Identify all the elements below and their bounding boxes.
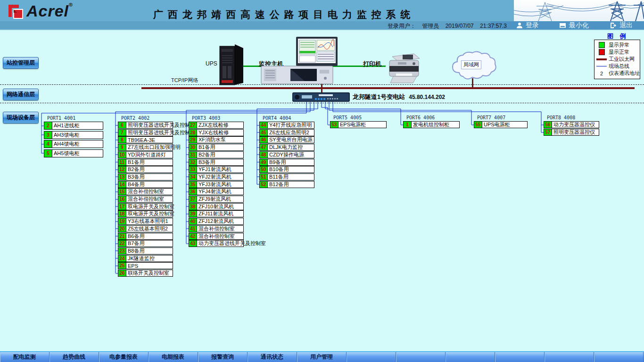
device-address-badge: 34 bbox=[189, 174, 197, 180]
device-item[interactable]: 6照明变压器进线开关及控制室 bbox=[118, 122, 173, 129]
device-item[interactable]: 52B12备用 bbox=[259, 181, 314, 188]
nav-tab-6[interactable]: 通讯状态 bbox=[248, 352, 297, 362]
device-item[interactable]: 51B11备用 bbox=[259, 173, 314, 181]
device-item[interactable]: 50B10备用 bbox=[259, 166, 314, 173]
device-label: B9备用 bbox=[268, 159, 286, 165]
device-item[interactable]: 32B3备用 bbox=[189, 159, 244, 166]
nav-tab-5[interactable]: 报警查询 bbox=[198, 352, 248, 362]
device-address-badge: 2 bbox=[44, 122, 52, 129]
device-item[interactable]: 17双电源开关及控制室 bbox=[118, 203, 173, 210]
device-label: YJX右线检修 bbox=[197, 130, 229, 136]
device-item[interactable]: 16混合补偿控制室 bbox=[118, 196, 173, 203]
device-label: ZFJ12射流风机 bbox=[197, 218, 234, 224]
device-item[interactable]: 28YJX右线检修 bbox=[189, 129, 244, 136]
device-item[interactable]: 53EPS电源柜 bbox=[330, 121, 387, 128]
device-item[interactable]: 34YFJ2射流风机 bbox=[189, 173, 244, 181]
nav-tab-7[interactable]: 用户管理 bbox=[297, 352, 347, 362]
device-address-badge: 7 bbox=[118, 130, 126, 136]
device-item[interactable]: 8TB96EA-3E bbox=[118, 136, 173, 143]
device-item[interactable]: 7照明变压器进线开关及控制室 bbox=[118, 129, 173, 136]
device-item[interactable]: 2AH1进线柜 bbox=[44, 122, 103, 130]
device-address-badge: 49 bbox=[260, 159, 268, 165]
port-label: PORT6 4006 bbox=[406, 115, 435, 120]
device-item[interactable]: 43动力变压器进线开关及控制室 bbox=[189, 240, 244, 247]
device-address-badge: 39 bbox=[189, 211, 197, 217]
device-address-badge: 55 bbox=[474, 122, 482, 128]
device-item[interactable]: 1发电机组控制柜 bbox=[403, 121, 460, 128]
device-item[interactable]: 24JK隧道监控 bbox=[118, 255, 173, 262]
device-item[interactable]: 46SY变电所自用电源 bbox=[259, 136, 314, 143]
device-item[interactable]: 38ZFJ10射流风机 bbox=[189, 203, 244, 210]
device-label: Z5左线基本照明2 bbox=[126, 226, 168, 232]
device-item[interactable]: 39ZFJ11射流风机 bbox=[189, 210, 244, 217]
device-label: B8备用 bbox=[126, 248, 144, 254]
device-item[interactable]: 3AH3馈电柜 bbox=[44, 131, 103, 139]
device-item[interactable]: 36YFJ4射流风机 bbox=[189, 188, 244, 195]
device-item[interactable]: 14B4备用 bbox=[118, 181, 173, 188]
device-address-badge: 8 bbox=[118, 137, 126, 143]
device-item[interactable]: 4AH4馈电柜 bbox=[44, 140, 103, 148]
port-label: PORT7 4007 bbox=[477, 115, 505, 120]
device-item[interactable]: 40ZFJ12射流风机 bbox=[189, 218, 244, 225]
device-item[interactable]: 44Y4打开线应急照明 bbox=[259, 122, 314, 129]
device-address-badge: 44 bbox=[260, 122, 268, 128]
device-item[interactable]: 57照明变压器温控仪 bbox=[544, 129, 599, 136]
device-address-badge: 6 bbox=[118, 122, 126, 128]
device-item[interactable]: 35YFJ3射流风机 bbox=[189, 181, 244, 188]
device-label: Z7左线出口段加强照明 bbox=[126, 144, 181, 150]
device-item[interactable]: 37ZFJ9射流风机 bbox=[189, 196, 244, 203]
nav-tab-empty bbox=[594, 352, 644, 362]
device-item[interactable]: 30B1备用 bbox=[189, 144, 244, 151]
device-label: B7备用 bbox=[126, 240, 144, 247]
nav-tab-empty bbox=[446, 352, 495, 362]
nav-tab-empty bbox=[347, 352, 396, 362]
device-item[interactable]: 9Z7左线出口段加强照明 bbox=[118, 144, 173, 151]
device-item[interactable]: 49B9备用 bbox=[259, 159, 314, 166]
device-item[interactable]: 55UPS电源柜 bbox=[474, 121, 528, 128]
port-label: PORT5 4005 bbox=[333, 115, 362, 120]
device-item[interactable]: 42混合补偿控制室 bbox=[189, 233, 244, 240]
device-item[interactable]: 10YD洞外引道路灯 bbox=[118, 151, 173, 158]
device-label: B12备用 bbox=[268, 181, 289, 188]
device-label: JK隧道监控 bbox=[126, 255, 155, 262]
device-item[interactable]: 11B1备用 bbox=[118, 159, 173, 166]
device-item[interactable]: 23B8备用 bbox=[118, 247, 173, 255]
device-address-badge: 56 bbox=[544, 122, 552, 128]
device-item[interactable]: 33YFJ1射流风机 bbox=[189, 166, 244, 173]
nav-tab-3[interactable]: 电参量报表 bbox=[99, 352, 149, 362]
port-label: PORT4 4004 bbox=[263, 115, 291, 121]
device-item[interactable]: 41混合补偿控制室 bbox=[189, 225, 244, 232]
device-label: AH4馈电柜 bbox=[52, 140, 79, 148]
device-label: EPS bbox=[126, 263, 138, 269]
device-address-badge: 1 bbox=[404, 122, 412, 128]
device-address-badge: 52 bbox=[260, 181, 268, 188]
nav-tab-2[interactable]: 趋势曲线 bbox=[50, 352, 99, 362]
device-label: B4备用 bbox=[126, 181, 144, 188]
device-item[interactable]: 47DLJK电力监控 bbox=[259, 144, 314, 151]
device-item[interactable]: 12B2备用 bbox=[118, 166, 173, 173]
device-item[interactable]: 20Z5左线基本照明2 bbox=[118, 225, 173, 232]
device-item[interactable]: 26联络开关及控制室 bbox=[118, 270, 173, 277]
device-item[interactable]: 21B6备用 bbox=[118, 233, 173, 240]
device-address-badge: 23 bbox=[118, 248, 126, 254]
device-item[interactable]: 25EPS bbox=[118, 262, 173, 269]
device-item[interactable]: 29XF消防水泵 bbox=[189, 136, 244, 143]
device-item[interactable]: 27ZJX左线检修 bbox=[189, 122, 244, 129]
device-item[interactable]: 45Z6左线应急照明2 bbox=[259, 129, 314, 136]
device-label: CZDY操作电源 bbox=[268, 152, 304, 158]
nav-tab-1[interactable]: 配电监测 bbox=[0, 352, 50, 362]
device-item[interactable]: 5AH5馈电柜 bbox=[44, 149, 103, 157]
device-item[interactable]: 48CZDY操作电源 bbox=[259, 151, 314, 158]
device-item[interactable]: 31B2备用 bbox=[189, 151, 244, 158]
device-label: B10备用 bbox=[268, 166, 289, 173]
device-item[interactable]: 18双电源开关及控制室 bbox=[118, 210, 173, 217]
device-address-badge: 10 bbox=[118, 152, 126, 158]
nav-tab-empty bbox=[495, 352, 545, 362]
device-label: YFJ1射流风机 bbox=[197, 166, 231, 173]
device-item[interactable]: 22B7备用 bbox=[118, 240, 173, 247]
device-item[interactable]: 15混合补偿控制室 bbox=[118, 188, 173, 195]
device-item[interactable]: 19Y3右线基本照明1 bbox=[118, 218, 173, 225]
device-item[interactable]: 56动力变压器温控仪 bbox=[544, 121, 599, 128]
nav-tab-4[interactable]: 电能报表 bbox=[149, 352, 198, 362]
device-item[interactable]: 13B3备用 bbox=[118, 173, 173, 181]
